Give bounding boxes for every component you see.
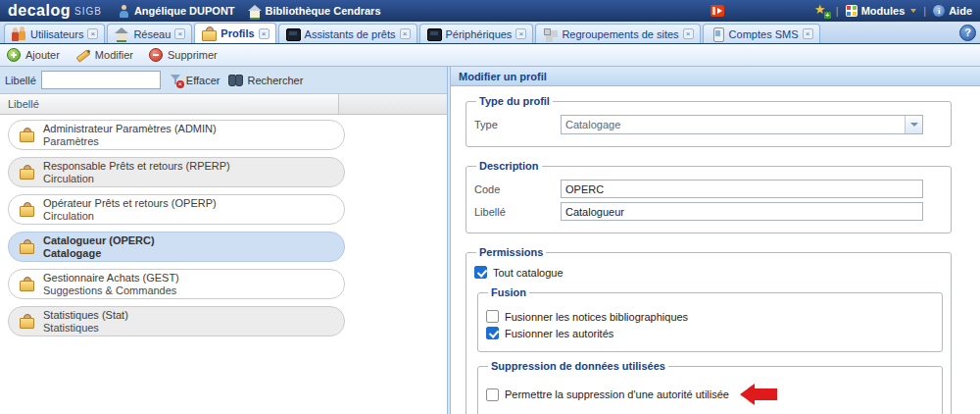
suppression-autorite-row[interactable]: Permettre la suppression d'une autorité … [486,384,934,405]
suppression-autorite-label: Permettre la suppression d'une autorité … [505,388,729,400]
permissions-section: Permissions Tout catalogue Fusion Fusion… [466,246,952,414]
clear-filter-icon [170,74,182,86]
list-item[interactable]: Opérateur Prêts et retours (OPERP)Circul… [8,194,345,225]
close-icon[interactable]: × [400,28,411,39]
delete-icon [149,48,163,62]
sites-group-icon [542,26,558,41]
code-field[interactable] [561,180,923,198]
close-icon[interactable]: × [259,28,270,39]
type-section: Type du profil Type Catalogage [466,95,952,147]
suppression-legend: Suppression de données utilisées [488,360,668,372]
edit-button[interactable]: Modifier [75,48,133,62]
column-libelle[interactable]: Libellé [0,94,339,114]
search-button[interactable]: Rechercher [228,75,303,86]
profile-title: Statistiques (Stat) [43,309,128,322]
delete-button[interactable]: Supprimer [149,48,218,62]
tab-label: Profils [220,27,254,39]
help-button[interactable]: ? [959,25,976,41]
tab-label: Comptes SMS [729,28,799,40]
permissions-legend: Permissions [476,246,546,258]
list-item[interactable]: Administrateur Paramètres (ADMIN)Paramèt… [8,120,345,150]
panel-title: Modifier un profil [451,67,980,86]
search-input[interactable] [41,71,161,89]
list-item[interactable]: Gestionnaire Achats (GEST)Suggestions & … [8,269,345,299]
list-item[interactable]: Statistiques (Stat)Statistiques [8,306,345,336]
close-icon[interactable]: × [803,28,813,39]
add-button[interactable]: Ajouter [7,48,60,62]
profiles-list: Administrateur Paramètres (ADMIN)Paramèt… [0,115,447,414]
close-icon[interactable]: × [515,28,526,39]
search-label: Libellé [5,75,36,86]
highlight-arrow-icon [740,384,777,405]
tab-utilisateurs[interactable]: Utilisateurs × [4,24,105,43]
list-column-header[interactable]: Libellé [0,94,447,115]
current-user[interactable]: Angélique DUPONT [118,5,235,18]
tab-comptes-sms[interactable]: Comptes SMS × [703,24,820,43]
logout-icon[interactable] [710,5,724,17]
profile-title: Administrateur Paramètres (ADMIN) [43,123,217,135]
app-logo: decalog [8,1,71,21]
fusion-autorites-row[interactable]: Fusionner les autorités [486,327,934,339]
tab-label: Regroupements de sites [562,28,678,40]
profile-folder-icon [19,314,34,329]
profile-title: Opérateur Prêts et retours (OPERP) [43,197,217,210]
binoculars-icon [228,75,243,85]
main-area: Libellé Effacer Rechercher Libellé Admin… [0,67,980,414]
chevron-down-icon[interactable] [905,116,922,133]
suppression-autorite-checkbox[interactable] [486,388,499,401]
libelle-label: Libellé [474,206,561,218]
tab-reseau[interactable]: Réseau × [107,24,192,43]
list-item-selected[interactable]: Catalogueur (OPERC)Catalogage [8,232,345,262]
fusion-notices-checkbox[interactable] [486,310,499,323]
modules-label: Modules [861,5,906,17]
profile-subtitle: Catalogage [43,247,155,260]
chevron-down-icon [910,9,916,13]
tout-catalogue-checkbox[interactable] [474,266,487,279]
tout-catalogue-row[interactable]: Tout catalogue [474,266,943,279]
close-icon[interactable]: × [174,28,185,39]
profile-subtitle: Circulation [43,210,217,223]
profile-folder-icon [19,165,34,180]
monitor-icon [285,26,301,41]
user-name: Angélique DUPONT [134,5,235,17]
top-bar: decalog SIGB Angélique DUPONT Bibliothèq… [0,0,980,22]
profile-folder-icon [19,202,34,217]
type-legend: Type du profil [476,95,553,107]
favorite-add-icon[interactable] [814,4,829,18]
list-item[interactable]: Responsable Prêts et retours (RPERP)Circ… [8,157,345,187]
profile-subtitle: Suggestions & Commandes [43,285,179,297]
help-menu[interactable]: Aide [933,5,972,17]
home-icon [114,26,129,41]
code-label: Code [474,183,561,195]
suppression-section: Suppression de données utilisées Permett… [477,360,943,414]
home-icon [248,5,262,18]
profile-folder-icon [201,26,217,41]
fusion-notices-row[interactable]: Fusionner les notices bibliographiques [486,310,934,323]
user-icon [118,5,130,18]
profile-edit-panel: Modifier un profil Type du profil Type C… [450,67,980,414]
separator: | [923,5,926,17]
info-icon [933,5,945,17]
clear-button[interactable]: Effacer [170,74,220,86]
close-icon[interactable]: × [87,28,98,39]
app-logo-suffix: SIGB [74,6,102,17]
profile-folder-icon [19,239,34,254]
tab-regroupements-de-sites[interactable]: Regroupements de sites × [535,24,700,43]
pencil-icon [75,48,90,62]
current-library[interactable]: Bibliothèque Cendrars [248,5,381,18]
monitor-icon [426,26,442,41]
libelle-field[interactable] [561,202,923,221]
fusion-legend: Fusion [488,286,529,298]
type-select[interactable]: Catalogage [561,115,923,134]
help-label: Aide [949,5,972,17]
modules-menu[interactable]: Modules [846,5,917,17]
delete-label: Supprimer [168,49,218,61]
profile-subtitle: Circulation [43,173,230,185]
clear-label: Effacer [186,75,220,86]
fusion-autorites-checkbox[interactable] [486,327,499,339]
tab-assistants-de-prets[interactable]: Assistants de prêts × [278,24,417,43]
phone-icon [710,26,725,41]
tab-profils[interactable]: Profils × [194,23,275,43]
close-icon[interactable]: × [683,28,694,39]
tab-peripheriques[interactable]: Périphériques × [419,24,534,43]
